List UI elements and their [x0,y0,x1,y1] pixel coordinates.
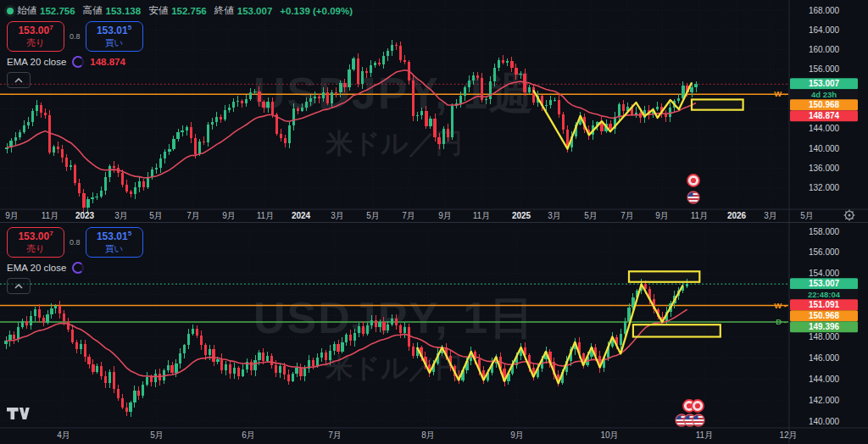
weekly-chart-panel: USDJPY, 1週 米ドル／円 168.000164.000160.00015… [0,0,868,222]
svg-text:22:48:04: 22:48:04 [808,290,841,299]
svg-text:150.968: 150.968 [809,100,840,109]
svg-text:W -: W - [774,301,787,310]
trade-buttons-row: 153.007 売り 0.8 153.015 買い [7,21,360,52]
open-label: 始値 [17,4,36,17]
sell-price-sup: 7 [49,230,53,237]
legend-collapse-button[interactable] [7,72,31,88]
ema-label: EMA 20 close [7,263,66,273]
buy-button[interactable]: 153.015 買い [86,227,143,258]
close-label: 終値 [214,4,234,17]
us-flag-icon[interactable] [693,414,704,426]
ema-value: 148.874 [90,57,125,67]
svg-text:132.000: 132.000 [809,183,840,192]
svg-text:2024: 2024 [292,211,311,220]
highlight-box-drawing[interactable] [692,99,743,109]
svg-text:D -: D - [776,317,787,326]
svg-text:11月: 11月 [696,430,713,440]
svg-text:158.000: 158.000 [809,227,840,236]
svg-text:7月: 7月 [186,211,200,220]
spread-value: 0.8 [70,238,81,247]
loading-spinner-icon [72,262,84,274]
user-drawings[interactable] [533,83,743,149]
highlight-box-drawing[interactable] [629,271,699,281]
time-axis-settings-gear-icon[interactable] [844,210,855,221]
svg-text:148.874: 148.874 [809,111,840,120]
open-value: 152.756 [40,6,75,16]
svg-text:164.000: 164.000 [809,25,840,35]
trade-buttons-row: 153.007 売り 0.8 153.015 買い [7,227,143,258]
low-value: 152.756 [171,6,207,16]
sell-button[interactable]: 153.007 売り [7,21,64,52]
daily-legend: 153.007 売り 0.8 153.015 買い EMA 20 close [7,227,143,298]
svg-text:11月: 11月 [257,211,274,220]
svg-text:11月: 11月 [42,211,58,220]
svg-text:12月: 12月 [779,430,797,440]
svg-text:2026: 2026 [727,211,747,220]
svg-text:148.000: 148.000 [809,332,840,341]
svg-text:7月: 7月 [328,430,342,440]
svg-text:149.396: 149.396 [809,322,840,331]
economic-event-icon[interactable] [692,400,704,412]
chevron-up-icon [14,78,23,83]
svg-text:136.000: 136.000 [809,164,840,173]
svg-text:140.000: 140.000 [809,417,840,426]
price-axis[interactable]: 168.000164.000160.000156.000144.000140.0… [774,0,868,222]
svg-text:3月: 3月 [331,211,344,220]
economic-event-icon[interactable] [687,175,699,186]
svg-text:144.000: 144.000 [809,375,840,384]
svg-text:9月: 9月 [5,211,19,220]
sell-label: 売り [8,37,64,48]
svg-text:160.000: 160.000 [809,45,840,54]
svg-text:5月: 5月 [149,211,163,220]
svg-text:9月: 9月 [655,211,669,220]
svg-text:3月: 3月 [114,211,128,220]
svg-text:4月: 4月 [57,430,70,440]
buy-price: 153.01 [97,230,128,242]
sell-price-sup: 7 [49,24,53,31]
buy-button[interactable]: 153.015 買い [86,21,143,52]
svg-text:142.000: 142.000 [809,396,840,405]
time-axis[interactable]: 4月5月6月7月8月9月10月11月12月 [0,428,868,440]
price-axis[interactable]: 158.000156.000154.000148.000146.000144.0… [774,223,868,444]
svg-text:W -: W - [774,89,787,98]
svg-text:11月: 11月 [473,211,490,220]
svg-text:153.007: 153.007 [809,279,840,288]
svg-text:4d 23h: 4d 23h [811,90,837,99]
sell-button[interactable]: 153.007 売り [7,227,64,258]
svg-text:151.091: 151.091 [809,300,840,309]
us-flag-icon[interactable] [687,191,699,203]
svg-text:2025: 2025 [512,211,531,220]
economic-event-icons [676,400,704,426]
svg-text:7月: 7月 [620,211,634,220]
highlight-box-drawing[interactable] [633,325,721,336]
ohlc-row: 始値 152.756 高値 153.138 安値 152.756 終値 153.… [7,4,360,17]
ema-indicator-row[interactable]: EMA 20 close [7,262,143,274]
ema-label: EMA 20 close [7,57,66,67]
buy-price-sup: 5 [128,24,131,31]
svg-text:154.000: 154.000 [809,269,840,278]
svg-text:5月: 5月 [366,211,380,220]
svg-text:156.000: 156.000 [809,247,840,257]
svg-text:11月: 11月 [691,211,708,220]
buy-label: 買い [86,37,142,48]
ema-indicator-row[interactable]: EMA 20 close 148.874 [7,56,360,68]
change-value: +0.139 (+0.09%) [280,6,353,16]
low-label: 安値 [148,4,168,17]
legend-collapse-button[interactable] [7,278,31,294]
svg-text:153.007: 153.007 [809,79,840,88]
svg-text:3月: 3月 [548,211,561,220]
svg-text:140.000: 140.000 [809,144,840,153]
high-label: 高値 [83,4,103,17]
candlestick-series [4,279,688,417]
svg-text:2023: 2023 [75,211,95,220]
user-drawings[interactable] [417,271,721,383]
buy-label: 買い [86,243,142,254]
svg-text:5月: 5月 [584,211,598,220]
daily-chart-panel: USDJPY, 1日 米ドル／円 158.000156.000154.00014… [0,222,868,444]
svg-text:168.000: 168.000 [809,6,840,15]
sell-label: 売り [8,243,64,254]
buy-price: 153.01 [97,25,128,36]
time-axis[interactable]: 9月11月20233月5月7月9月11月20243月5月7月9月11月20253… [0,209,868,220]
spread-value: 0.8 [70,32,81,41]
svg-text:150.968: 150.968 [809,311,840,320]
